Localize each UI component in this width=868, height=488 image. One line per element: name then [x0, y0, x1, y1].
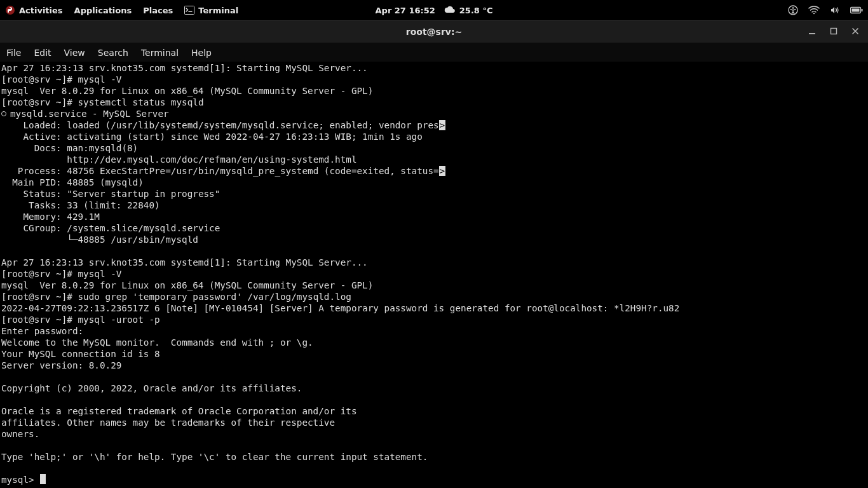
svg-rect-1	[185, 6, 194, 15]
applications-button[interactable]: Applications	[74, 6, 132, 15]
battery-icon[interactable]	[850, 6, 863, 14]
terminal-app-label: Terminal	[198, 6, 238, 15]
wifi-icon[interactable]	[808, 6, 820, 15]
clock[interactable]: Apr 27 16:52	[376, 6, 435, 15]
svg-rect-8	[809, 33, 815, 34]
weather-indicator[interactable]: 25.8 °C	[444, 6, 493, 15]
top-panel: Activities Applications Places Terminal …	[0, 0, 868, 20]
window-titlebar: root@srv:~	[0, 20, 868, 43]
menu-terminal[interactable]: Terminal	[141, 48, 179, 58]
terminal-content: Apr 27 16:23:13 srv.knot35.com systemd[1…	[1, 62, 867, 485]
svg-rect-9	[831, 29, 837, 34]
window-maximize-button[interactable]	[830, 27, 837, 37]
menu-edit[interactable]: Edit	[34, 48, 51, 58]
truncation-marker: >	[439, 120, 446, 130]
menubar: File Edit View Search Terminal Help	[0, 43, 868, 62]
window-title: root@srv:~	[406, 27, 463, 37]
window-minimize-button[interactable]	[808, 27, 816, 37]
activities-label: Activities	[19, 6, 63, 15]
activities-button[interactable]: Activities	[5, 5, 63, 15]
menu-file[interactable]: File	[6, 48, 21, 58]
menu-view[interactable]: View	[64, 48, 85, 58]
svg-rect-7	[852, 9, 860, 12]
service-status-dot-icon	[1, 111, 6, 116]
truncation-marker: >	[439, 166, 446, 176]
terminal-app-button[interactable]: Terminal	[184, 6, 238, 15]
cursor	[40, 474, 46, 484]
menu-search[interactable]: Search	[98, 48, 128, 58]
terminal-icon	[184, 6, 194, 15]
cloud-icon	[444, 6, 456, 15]
menu-help[interactable]: Help	[191, 48, 212, 58]
terminal-viewport[interactable]: Apr 27 16:23:13 srv.knot35.com systemd[1…	[0, 62, 868, 488]
svg-point-3	[792, 7, 794, 9]
volume-icon[interactable]	[830, 6, 840, 15]
svg-point-4	[813, 13, 815, 14]
temperature-label: 25.8 °C	[459, 6, 493, 15]
accessibility-icon[interactable]	[788, 5, 798, 15]
places-button[interactable]: Places	[143, 6, 173, 15]
svg-rect-6	[862, 9, 863, 11]
fedora-icon	[5, 5, 15, 15]
window-close-button[interactable]	[851, 27, 859, 37]
